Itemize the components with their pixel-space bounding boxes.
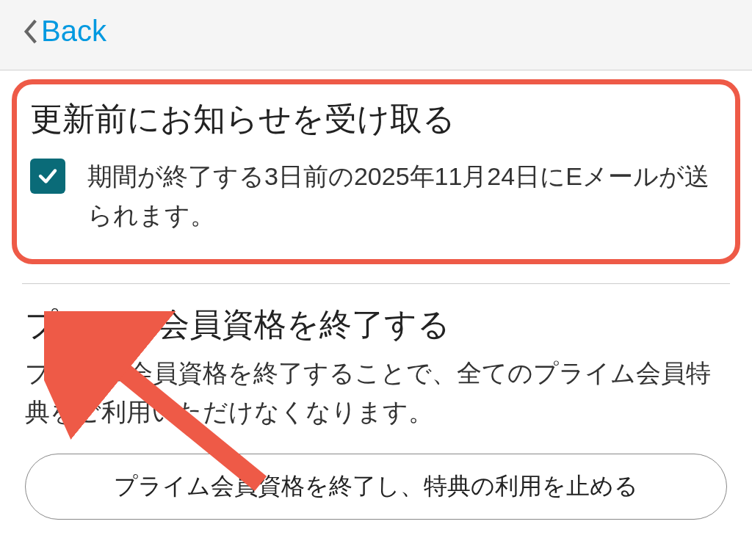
section-divider xyxy=(22,283,730,284)
notify-checkbox-label: 期間が終了する3日前の2025年11月24日にEメールが送られます。 xyxy=(87,157,722,234)
notify-checkbox[interactable] xyxy=(30,159,65,194)
header-bar: Back xyxy=(0,0,752,70)
chevron-left-icon xyxy=(21,18,41,46)
highlight-annotation-box: 更新前にお知らせを受け取る 期間が終了する3日前の2025年11月24日にEメー… xyxy=(12,79,740,264)
notify-section-title: 更新前にお知らせを受け取る xyxy=(30,98,722,141)
terminate-section-description: プライム会員資格を終了することで、全てのプライム会員特典をご利用いただけなくなり… xyxy=(25,354,727,431)
checkmark-icon xyxy=(37,165,59,187)
notify-checkbox-row: 期間が終了する3日前の2025年11月24日にEメールが送られます。 xyxy=(30,157,722,234)
terminate-button[interactable]: プライム会員資格を終了し、特典の利用を止める xyxy=(25,454,727,520)
content-area: 更新前にお知らせを受け取る 期間が終了する3日前の2025年11月24日にEメー… xyxy=(0,79,752,520)
back-label: Back xyxy=(41,15,106,48)
terminate-section-title: プライム会員資格を終了する xyxy=(25,303,727,346)
terminate-section: プライム会員資格を終了する プライム会員資格を終了することで、全てのプライム会員… xyxy=(0,303,752,519)
back-button[interactable]: Back xyxy=(21,15,106,48)
